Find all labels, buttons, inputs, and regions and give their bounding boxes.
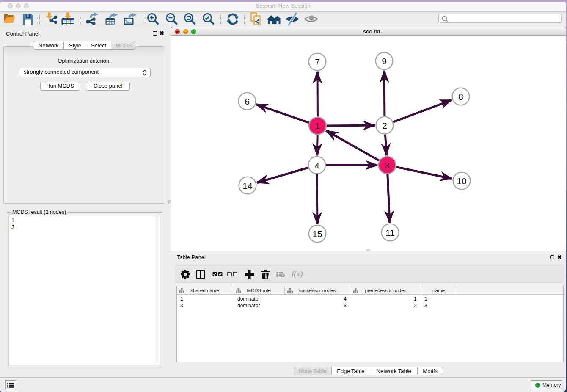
svg-text:11: 11: [385, 228, 395, 237]
svg-text:14: 14: [242, 181, 253, 190]
svg-text:10: 10: [457, 176, 466, 186]
svg-text:8: 8: [458, 92, 463, 102]
svg-text:1: 1: [315, 121, 320, 131]
svg-text:4: 4: [314, 160, 319, 170]
svg-text:2: 2: [382, 121, 387, 130]
svg-text:15: 15: [312, 229, 322, 239]
svg-text:9: 9: [382, 56, 387, 66]
svg-text:7: 7: [315, 57, 320, 67]
svg-text:3: 3: [385, 160, 390, 170]
svg-text:6: 6: [245, 97, 250, 106]
